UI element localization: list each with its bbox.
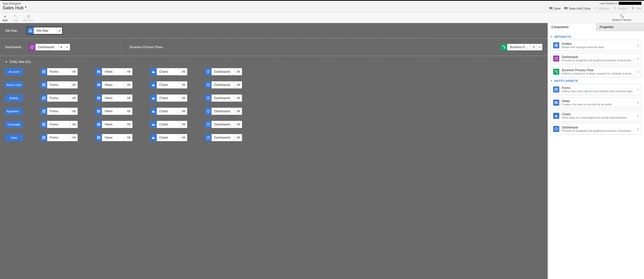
entity-row: Action CardFormsAllViewsAllChartsAllDash… bbox=[0, 78, 548, 91]
svg-rect-40 bbox=[154, 138, 155, 139]
asset-label: Forms bbox=[47, 95, 70, 102]
caret-down-icon: ▼ bbox=[5, 61, 8, 63]
asset-tile-forms[interactable]: FormsAll bbox=[41, 121, 78, 128]
tab-properties[interactable]: Properties bbox=[596, 23, 644, 31]
component-card[interactable]: DashboardsProvide an insightful and grap… bbox=[550, 53, 641, 64]
publish-button[interactable]: Publish bbox=[613, 6, 627, 11]
chevron-right-icon: › bbox=[637, 114, 639, 118]
asset-tile-charts[interactable]: ChartsAll bbox=[150, 108, 187, 115]
asset-tile-forms[interactable]: FormsAll bbox=[41, 134, 78, 141]
asset-tile-dashboards[interactable]: DashboardsAll bbox=[205, 68, 242, 75]
save-and-close-button[interactable]: Save And Close bbox=[564, 6, 590, 11]
form-icon bbox=[553, 86, 559, 92]
svg-rect-1 bbox=[29, 31, 30, 32]
component-card[interactable]: ViewsCreate a list view of records for a… bbox=[550, 97, 641, 108]
component-card[interactable]: ChartsShow data in a meaningful and visu… bbox=[550, 110, 641, 121]
bar-icon bbox=[553, 113, 559, 119]
form-icon bbox=[41, 121, 47, 128]
asset-tile-charts[interactable]: ChartsAll bbox=[150, 121, 187, 128]
sitemap-edit-button[interactable] bbox=[57, 27, 62, 34]
asset-tile-views[interactable]: ViewsAll bbox=[95, 81, 132, 88]
app-designer-label: App Designer bbox=[3, 2, 27, 5]
asset-tile-views[interactable]: ViewsAll bbox=[95, 134, 132, 141]
asset-tile-dashboards[interactable]: DashboardsAll bbox=[205, 134, 242, 141]
bpf-tile[interactable]: Business P… 3 bbox=[500, 44, 543, 51]
asset-tile-charts[interactable]: ChartsAll bbox=[150, 81, 187, 88]
asset-tile-dashboards[interactable]: DashboardsAll bbox=[205, 95, 242, 102]
dashboards-label: Dashboards bbox=[5, 45, 22, 49]
asset-all: All bbox=[180, 108, 187, 115]
asset-tile-views[interactable]: ViewsAll bbox=[95, 68, 132, 75]
add-button[interactable]: ＋ Add bbox=[3, 14, 8, 22]
asset-tile-charts[interactable]: ChartsAll bbox=[150, 95, 187, 102]
asset-tile-forms[interactable]: FormsAll bbox=[41, 68, 78, 75]
asset-label: Charts bbox=[157, 68, 180, 75]
entity-button[interactable]: Case bbox=[5, 134, 23, 141]
entity-button[interactable]: Account bbox=[5, 68, 23, 75]
sitemap-tile[interactable]: Site Map bbox=[27, 27, 62, 34]
dashboards-dropdown[interactable] bbox=[64, 44, 70, 50]
canvas[interactable]: Site Map Site Map Dashboards Dashboards … bbox=[0, 23, 548, 279]
caret-down-icon: ▼ bbox=[550, 35, 553, 38]
svg-rect-28 bbox=[154, 112, 155, 113]
asset-tile-views[interactable]: ViewsAll bbox=[95, 95, 132, 102]
section-entity-assets[interactable]: ▼ ENTITY ASSETS bbox=[550, 79, 641, 82]
svg-rect-9 bbox=[153, 71, 154, 73]
component-card[interactable]: EntitiesModel and manage business data.› bbox=[550, 40, 641, 51]
asset-tile-dashboards[interactable]: DashboardsAll bbox=[205, 121, 242, 128]
svg-rect-52 bbox=[556, 115, 556, 117]
asset-tile-views[interactable]: ViewsAll bbox=[95, 108, 132, 115]
asset-tile-forms[interactable]: FormsAll bbox=[41, 108, 78, 115]
asset-tile-dashboards[interactable]: DashboardsAll bbox=[205, 81, 242, 88]
svg-rect-45 bbox=[556, 46, 558, 47]
header-actions: Save Save And Close Validate Publish Pla… bbox=[549, 6, 641, 11]
edit-button[interactable]: ✎ Edit bbox=[13, 14, 18, 22]
asset-all: All bbox=[125, 134, 132, 141]
save-button[interactable]: Save bbox=[549, 6, 561, 11]
svg-rect-37 bbox=[97, 137, 100, 139]
dashboards-tile-label: Dashboards bbox=[36, 44, 58, 50]
asset-label: Dashboards bbox=[212, 108, 234, 115]
asset-all: All bbox=[234, 68, 242, 75]
svg-rect-39 bbox=[153, 137, 154, 139]
asset-tile-forms[interactable]: FormsAll bbox=[41, 95, 78, 102]
svg-rect-25 bbox=[97, 110, 100, 113]
asset-tile-forms[interactable]: FormsAll bbox=[41, 81, 78, 88]
entity-button[interactable]: Campaign bbox=[5, 121, 23, 128]
sitemap-tile-label: Site Map bbox=[34, 27, 57, 34]
publish-icon bbox=[613, 6, 616, 11]
entity-button[interactable]: Appointm… bbox=[5, 108, 23, 115]
table-icon bbox=[95, 68, 102, 75]
asset-tile-views[interactable]: ViewsAll bbox=[95, 121, 132, 128]
svg-rect-8 bbox=[152, 72, 153, 73]
entity-button[interactable]: Activity bbox=[5, 95, 23, 102]
bpf-label: Business Process Flows bbox=[130, 45, 163, 49]
component-card[interactable]: DashboardsProvide an insightful and grap… bbox=[550, 123, 641, 135]
search-canvas-button[interactable]: 🔍 Search Canvas bbox=[612, 14, 631, 21]
remove-button[interactable]: 🗑 Remove bbox=[24, 14, 34, 22]
validate-button[interactable]: Validate bbox=[594, 6, 609, 11]
section-artifacts[interactable]: ▼ ARTIFACTS bbox=[550, 35, 641, 38]
card-title: Business Process Flow bbox=[562, 68, 635, 72]
card-desc: Define a sequence of steps required to c… bbox=[562, 72, 635, 75]
asset-tile-charts[interactable]: ChartsAll bbox=[150, 134, 187, 141]
asset-label: Forms bbox=[47, 81, 70, 88]
component-card[interactable]: Business Process FlowDefine a sequence o… bbox=[550, 66, 641, 77]
sitemap-icon bbox=[27, 27, 34, 34]
svg-rect-32 bbox=[152, 124, 153, 125]
tab-components[interactable]: Components bbox=[548, 23, 596, 31]
component-card[interactable]: FormsDefine how users will see and inter… bbox=[550, 84, 641, 95]
asset-all: All bbox=[180, 95, 187, 102]
bar-icon bbox=[150, 108, 157, 115]
entity-button[interactable]: Action Card bbox=[5, 81, 23, 88]
asset-tile-dashboards[interactable]: DashboardsAll bbox=[205, 108, 242, 115]
svg-rect-20 bbox=[152, 98, 153, 99]
svg-point-5 bbox=[504, 48, 506, 49]
table-icon bbox=[95, 81, 102, 88]
asset-tile-charts[interactable]: ChartsAll bbox=[150, 68, 187, 75]
bpf-dropdown[interactable] bbox=[536, 44, 542, 50]
asset-label: Charts bbox=[157, 134, 180, 141]
dashboards-tile[interactable]: Dashboards 4 bbox=[29, 44, 70, 51]
play-button[interactable]: Play bbox=[631, 6, 641, 11]
entity-view-toggle[interactable]: ▼ Entity View (52) bbox=[0, 56, 548, 65]
